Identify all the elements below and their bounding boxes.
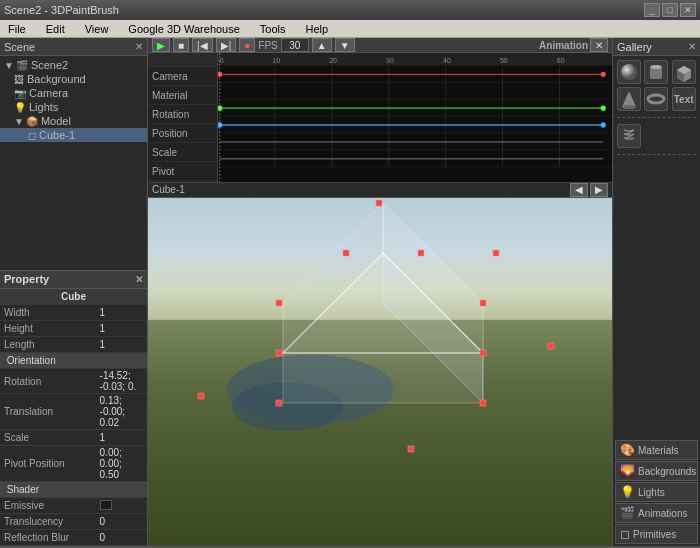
lights-button[interactable]: 💡 Lights <box>615 482 698 502</box>
backgrounds-button[interactable]: 🌄 Backgrounds <box>615 461 698 481</box>
tree-label: Cube-1 <box>39 129 75 141</box>
gallery-extra <box>613 120 700 152</box>
left-panel: Scene ✕ ▼ 🎬 Scene2 🖼 Background 📷 Camera… <box>0 38 148 546</box>
tree-item-background[interactable]: 🖼 Background <box>0 72 147 86</box>
svg-text:40: 40 <box>443 57 451 64</box>
lights-icon: 💡 <box>14 102 26 113</box>
anim-next[interactable]: ▶ <box>590 183 608 197</box>
fps-up[interactable]: ▲ <box>312 38 332 52</box>
prop-value <box>96 498 147 514</box>
menu-file[interactable]: File <box>2 20 32 37</box>
svg-point-54 <box>621 64 637 80</box>
gallery-close[interactable]: ✕ <box>688 41 696 52</box>
scene-icon: 🎬 <box>16 60 28 71</box>
fps-down[interactable]: ▼ <box>335 38 355 52</box>
prop-width: Width 1 <box>0 305 147 321</box>
backgrounds-label: Backgrounds <box>638 466 696 477</box>
property-panel-header: Property ✕ <box>0 271 147 289</box>
tree-item-cube1[interactable]: ◻ Cube-1 <box>0 128 147 142</box>
play-button[interactable]: ▶ <box>152 38 170 52</box>
menu-google3dwarehouse[interactable]: Google 3D Warehouse <box>122 20 246 37</box>
gallery-cone[interactable] <box>617 87 641 111</box>
track-labels: Camera Material Rotation Position Scale … <box>148 53 218 182</box>
cube-icon: ◻ <box>28 130 36 141</box>
track-position: Position <box>148 124 217 143</box>
gallery-cylinder[interactable] <box>644 60 668 84</box>
tree-item-scene2[interactable]: ▼ 🎬 Scene2 <box>0 58 147 72</box>
gallery-text[interactable]: Text <box>672 87 696 111</box>
svg-point-56 <box>650 65 662 69</box>
gallery-divider-1 <box>617 117 696 118</box>
property-panel-title: Property <box>4 273 49 285</box>
tree-item-model[interactable]: ▼ 📦 Model <box>0 114 147 128</box>
stop-button[interactable]: ■ <box>173 38 189 52</box>
tree-label: Scene2 <box>31 59 68 71</box>
prop-value: 1 <box>96 337 147 353</box>
menu-bar: File Edit View Google 3D Warehouse Tools… <box>0 20 700 38</box>
scene-panel-close[interactable]: ✕ <box>135 41 143 52</box>
orientation-label: Orientation <box>0 353 147 369</box>
prev-frame-button[interactable]: |◀ <box>192 38 213 52</box>
gallery-item-1[interactable] <box>617 124 641 148</box>
anim-panel-close[interactable]: ✕ <box>590 38 608 52</box>
main-layout: Scene ✕ ▼ 🎬 Scene2 🖼 Background 📷 Camera… <box>0 38 700 546</box>
svg-rect-42 <box>276 300 282 306</box>
materials-icon: 🎨 <box>620 443 635 457</box>
fps-value[interactable]: 30 <box>281 38 309 52</box>
backgrounds-icon: 🌄 <box>620 464 635 478</box>
maximize-button[interactable]: □ <box>662 3 678 17</box>
gallery-divider-2 <box>617 154 696 155</box>
gallery-ring[interactable] <box>644 87 668 111</box>
timeline: Camera Material Rotation Position Scale … <box>148 53 612 182</box>
animations-button[interactable]: 🎬 Animations <box>615 503 698 523</box>
svg-rect-48 <box>198 393 204 399</box>
minimize-button[interactable]: _ <box>644 3 660 17</box>
prop-object-name: Cube <box>0 289 147 305</box>
menu-tools[interactable]: Tools <box>254 20 292 37</box>
gallery-buttons: 🎨 Materials 🌄 Backgrounds 💡 Lights 🎬 Ani… <box>613 438 700 546</box>
svg-text:20: 20 <box>329 57 337 64</box>
viewport[interactable] <box>148 198 612 546</box>
animation-panel: ▶ ■ |◀ ▶| ● FPS 30 ▲ ▼ Animation ✕ <box>148 38 612 198</box>
materials-button[interactable]: 🎨 Materials <box>615 440 698 460</box>
menu-help[interactable]: Help <box>300 20 335 37</box>
gallery-panel: Gallery ✕ <box>612 38 700 546</box>
menu-edit[interactable]: Edit <box>40 20 71 37</box>
prop-label: Width <box>0 305 96 321</box>
anim-prev[interactable]: ◀ <box>570 183 588 197</box>
timeline-svg: 0 10 20 30 40 50 60 <box>218 53 612 182</box>
next-frame-button[interactable]: ▶| <box>216 38 237 52</box>
property-panel-close[interactable]: ✕ <box>135 274 143 285</box>
animation-title: Animation <box>539 40 588 51</box>
primitives-button[interactable]: ◻ Primitives <box>615 524 698 544</box>
viewport-scene <box>148 198 612 546</box>
gallery-title: Gallery <box>617 41 652 53</box>
close-button[interactable]: ✕ <box>680 3 696 17</box>
timeline-ruler-spacer <box>148 53 217 67</box>
svg-point-28 <box>601 122 606 127</box>
viewport-svg <box>148 198 612 546</box>
prop-value: 0.00; 0.00; 0.50 <box>96 446 147 482</box>
svg-text:10: 10 <box>272 57 280 64</box>
svg-rect-49 <box>548 343 554 349</box>
track-rotation: Rotation <box>148 105 217 124</box>
prop-label: Emissive <box>0 498 96 514</box>
prop-label: Translucency <box>0 514 96 530</box>
prop-height: Height 1 <box>0 321 147 337</box>
menu-view[interactable]: View <box>79 20 115 37</box>
svg-point-25 <box>601 105 606 110</box>
gallery-sphere[interactable] <box>617 60 641 84</box>
svg-text:30: 30 <box>386 57 394 64</box>
gallery-cube[interactable] <box>672 60 696 84</box>
anim-playback-controls: ▶ ■ |◀ ▶| ● FPS 30 ▲ ▼ <box>152 38 355 52</box>
timeline-graph[interactable]: 0 10 20 30 40 50 60 <box>218 53 612 182</box>
record-button[interactable]: ● <box>239 38 255 52</box>
animation-bottom: Cube-1 ◀ ▶ <box>148 182 612 197</box>
svg-point-61 <box>622 105 636 109</box>
tree-item-camera[interactable]: 📷 Camera <box>0 86 147 100</box>
track-camera: Camera <box>148 67 217 86</box>
svg-text:0: 0 <box>220 57 224 64</box>
app-title: Scene2 - 3DPaintBrush <box>4 4 119 16</box>
prop-value: 0 <box>96 514 147 530</box>
tree-item-lights[interactable]: 💡 Lights <box>0 100 147 114</box>
